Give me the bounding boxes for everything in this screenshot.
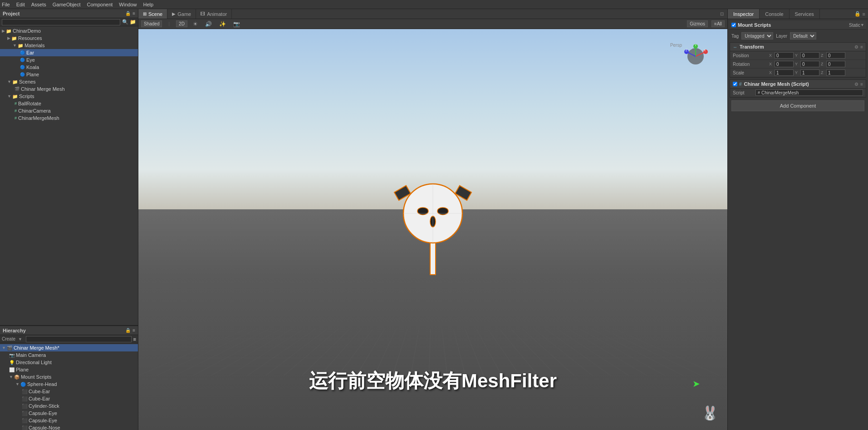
inspector-tag-row: Tag Untagged Layer Default xyxy=(730,31,866,40)
center-panel: ⊞ Scene ▶ Game 🎞 Animator ⊡ Shaded | 2D … xyxy=(138,9,727,430)
script-icon-small: # xyxy=(758,90,760,95)
scale-x-input[interactable]: 1 xyxy=(775,69,794,76)
hierarchy-title: Hierarchy xyxy=(3,328,125,333)
hierarchy-create-label[interactable]: Create xyxy=(2,336,15,341)
hier-item-cubeear2[interactable]: ⬛ Cube-Ear xyxy=(0,395,138,402)
tree-item-resources[interactable]: ▶ 📁 Resources xyxy=(0,35,138,42)
hier-item-capseye1[interactable]: ⬛ Capsule-Eye xyxy=(0,410,138,417)
hierarchy-lock-icon[interactable]: 🔒 xyxy=(125,328,131,333)
hier-item-dirlight[interactable]: 💡 Directional Light xyxy=(0,359,138,366)
hier-item-cylinderstick[interactable]: ⬛ Cylinder-Stick xyxy=(0,402,138,410)
toolbar-light-icon[interactable]: ☀ xyxy=(191,20,200,28)
object-enabled-checkbox[interactable] xyxy=(731,23,736,27)
tree-item-koala[interactable]: 🔵 Koala xyxy=(0,64,138,71)
scale-y-input[interactable]: 1 xyxy=(800,69,819,76)
hier-label-cubeear2: Cube-Ear xyxy=(29,396,50,401)
rotation-x-input[interactable]: 0 xyxy=(775,61,794,67)
scale-x-group: X 1 xyxy=(769,69,794,76)
layer-select[interactable]: Default xyxy=(790,32,816,40)
toolbar-audio-icon[interactable]: 🔊 xyxy=(203,20,214,28)
tab-services[interactable]: Services xyxy=(790,9,820,19)
search-icon[interactable]: 🔍 xyxy=(122,19,128,25)
script-overflow-icon[interactable]: ≡ xyxy=(860,82,863,87)
project-lock-icon[interactable]: 🔒 xyxy=(125,11,131,16)
tree-item-scene-file[interactable]: 🎬 Chinar Merge Mesh xyxy=(0,85,138,93)
hier-item-cubeear1[interactable]: ⬛ Cube-Ear xyxy=(0,388,138,395)
position-z-axis: Z xyxy=(821,53,825,58)
menu-window[interactable]: Window xyxy=(119,2,137,7)
hier-item-maincam[interactable]: 📷 Main Camera xyxy=(0,351,138,359)
tab-scene[interactable]: ⊞ Scene xyxy=(138,9,167,19)
tab-console[interactable]: Console xyxy=(760,9,789,19)
menu-assets[interactable]: Assets xyxy=(31,2,46,7)
svg-text:Z: Z xyxy=(686,49,688,52)
hierarchy-filter-icon[interactable]: ≡ xyxy=(133,336,136,342)
gizmos-button[interactable]: Gizmos xyxy=(687,20,708,27)
rotation-y-input[interactable]: 0 xyxy=(800,61,819,67)
inspector-lock-icon[interactable]: 🔒 xyxy=(854,11,861,17)
shaded-button[interactable]: Shaded xyxy=(141,20,162,27)
position-label: Position xyxy=(733,53,769,58)
menu-help[interactable]: Help xyxy=(143,2,153,7)
all-button[interactable]: ≡All xyxy=(711,20,725,27)
tree-item-chinarcamera[interactable]: # ChinarCamera xyxy=(0,107,138,114)
hier-item-spherehead[interactable]: ▼ 🔵 Sphere-Head xyxy=(0,381,138,388)
tree-item-ballrotate[interactable]: # BallRotate xyxy=(0,100,138,107)
tag-select[interactable]: Untagged xyxy=(741,32,773,40)
hier-item-mountscripts[interactable]: ▼ 📦 Mount Scripts xyxy=(0,373,138,381)
transform-icon: ↔ xyxy=(733,44,737,49)
tree-item-chinardemo[interactable]: ▶ 📁 ChinarDemo xyxy=(0,27,138,35)
position-x-input[interactable]: 0 xyxy=(775,52,794,59)
tree-item-scenes[interactable]: ▼ 📁 Scenes xyxy=(0,78,138,85)
transform-settings-icon[interactable]: ⚙ xyxy=(854,44,858,49)
mode-2d-button[interactable]: 2D xyxy=(176,20,187,27)
script-enabled-checkbox[interactable] xyxy=(733,82,737,86)
scene-viewport[interactable]: X Y Z Persp 运行前空物体没有MeshFilter 🐰 ➤ xyxy=(138,29,727,430)
hierarchy-header: Hierarchy 🔒 ≡ xyxy=(0,326,138,335)
hier-label-root: Chinar Merge Mesh* xyxy=(14,345,59,351)
tree-item-scripts[interactable]: ▼ 📁 Scripts xyxy=(0,93,138,100)
scale-label: Scale xyxy=(733,70,769,75)
project-menu-icon[interactable]: ≡ xyxy=(132,11,135,16)
position-z-input[interactable]: 0 xyxy=(826,52,845,59)
tab-game[interactable]: ▶ Game xyxy=(167,9,196,19)
toolbar-fx-icon[interactable]: ✨ xyxy=(217,20,228,28)
hier-label-capseye1: Capsule-Eye xyxy=(29,410,57,416)
add-component-button[interactable]: Add Component xyxy=(731,100,864,111)
menu-file[interactable]: File xyxy=(2,2,10,7)
inspector-menu-icon[interactable]: ≡ xyxy=(863,11,865,17)
scale-z-axis: Z xyxy=(821,70,825,75)
tree-label-scenes: Scenes xyxy=(19,79,36,84)
menu-edit[interactable]: Edit xyxy=(16,2,25,7)
hierarchy-search-input[interactable] xyxy=(26,336,132,342)
hier-item-plane[interactable]: ⬜ Plane xyxy=(0,366,138,373)
tree-item-eye[interactable]: 🔵 Eye xyxy=(0,56,138,64)
hier-item-root[interactable]: ▼ 🎬 Chinar Merge Mesh* xyxy=(0,344,138,351)
script-header[interactable]: # Chinar Merge Mesh (Script) ⚙ ≡ xyxy=(730,80,866,89)
tab-inspector[interactable]: Inspector xyxy=(728,9,760,19)
static-dropdown-icon[interactable]: ▼ xyxy=(860,23,864,27)
rotation-y-group: Y 0 xyxy=(795,61,819,67)
hierarchy-create-arrow[interactable]: ▼ xyxy=(18,337,22,341)
tree-item-materials[interactable]: ▼ 📁 Materials xyxy=(0,42,138,49)
script-settings-icon[interactable]: ⚙ xyxy=(854,82,858,87)
tree-item-ear[interactable]: 🔵 Ear xyxy=(0,49,138,56)
menu-gameobject[interactable]: GameObject xyxy=(53,2,81,7)
hier-item-capseye2[interactable]: ⬛ Capsule-Eye xyxy=(0,417,138,424)
tree-item-chinarmergemesh[interactable]: # ChinarMergeMesh xyxy=(0,114,138,122)
hier-item-capsnose[interactable]: ⬛ Capsule-Nose xyxy=(0,424,138,430)
tree-item-plane-mat[interactable]: 🔵 Plane xyxy=(0,71,138,78)
menu-component[interactable]: Component xyxy=(87,2,113,7)
project-search-input[interactable] xyxy=(2,19,120,25)
project-folder-icon[interactable]: 📁 xyxy=(130,19,136,25)
transform-overflow-icon[interactable]: ≡ xyxy=(860,44,863,49)
maximize-icon[interactable]: ⊡ xyxy=(720,11,724,16)
rotation-z-input[interactable]: 0 xyxy=(826,61,845,67)
scale-z-input[interactable]: 1 xyxy=(826,69,845,76)
position-y-input[interactable]: 0 xyxy=(800,52,819,59)
hierarchy-menu-icon[interactable]: ≡ xyxy=(132,328,135,333)
inspector-object-header: Mount Scripts Static ▼ xyxy=(730,21,866,30)
tab-animator[interactable]: 🎞 Animator xyxy=(196,9,232,19)
toolbar-scene-icon[interactable]: 📷 xyxy=(231,20,242,28)
transform-header[interactable]: ↔ Transform ⚙ ≡ xyxy=(730,43,866,51)
